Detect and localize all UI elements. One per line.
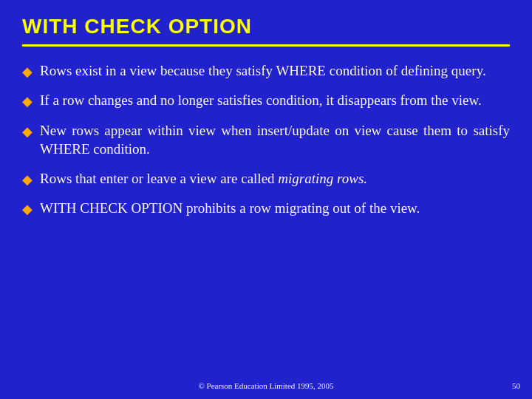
bullet-item-4: ◆ Rows that enter or leave a view are ca…	[22, 169, 510, 188]
bullet-item-2: ◆ If a row changes and no longer satisfi…	[22, 91, 510, 110]
bullet-text-2: If a row changes and no longer satisfies…	[40, 91, 482, 110]
slide: WITH CHECK OPTION ◆ Rows exist in a view…	[0, 0, 532, 399]
slide-title: WITH CHECK OPTION	[22, 15, 510, 38]
bullet-diamond-3: ◆	[22, 123, 33, 140]
bullet-text-3: New rows appear within view when insert/…	[40, 121, 510, 159]
bullet-text-4: Rows that enter or leave a view are call…	[40, 169, 367, 188]
bullet-diamond-5: ◆	[22, 200, 33, 218]
page-number: 50	[512, 381, 520, 390]
bullet-item-5: ◆ WITH CHECK OPTION prohibits a row migr…	[22, 199, 510, 218]
bullet-item-1: ◆ Rows exist in a view because they sati…	[22, 61, 510, 81]
bullet-text-5: WITH CHECK OPTION prohibits a row migrat…	[40, 199, 420, 218]
bullet-diamond-2: ◆	[22, 92, 33, 110]
bullet-diamond-4: ◆	[22, 171, 33, 188]
content-area: ◆ Rows exist in a view because they sati…	[22, 61, 510, 218]
bullet-item-3: ◆ New rows appear within view when inser…	[22, 121, 510, 159]
bullet-text-1: Rows exist in a view because they satisf…	[40, 61, 486, 81]
title-section: WITH CHECK OPTION	[22, 15, 510, 47]
bullet-diamond-1: ◆	[22, 63, 33, 81]
footer: © Pearson Education Limited 1995, 2005	[0, 381, 532, 390]
